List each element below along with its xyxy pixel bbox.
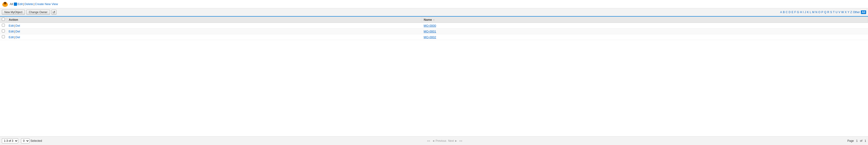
- edit-link-2[interactable]: Edit: [9, 35, 14, 39]
- action-cell-1: Edit|Del: [7, 29, 422, 34]
- name-link-2[interactable]: MO-0002: [424, 35, 436, 39]
- action-header-label: Action: [9, 18, 18, 22]
- action-column-header: Action: [7, 16, 422, 23]
- edit-view-link[interactable]: Edit: [18, 2, 23, 6]
- new-myobject-button[interactable]: New MyObject: [2, 10, 25, 15]
- action-cell-0: Edit|Del: [7, 23, 422, 29]
- alpha-letter-o[interactable]: O: [818, 10, 820, 14]
- name-link-1[interactable]: MO-0001: [424, 30, 436, 33]
- alpha-letter-v[interactable]: V: [838, 10, 840, 14]
- alpha-letter-other[interactable]: Other: [853, 10, 860, 14]
- change-owner-button[interactable]: Change Owner: [26, 10, 50, 15]
- svg-point-2: [4, 2, 6, 4]
- action-sep-0: |: [14, 24, 15, 27]
- app-logo: [2, 1, 8, 7]
- alpha-letter-b[interactable]: B: [783, 10, 785, 14]
- sep2: |: [34, 2, 34, 6]
- delete-view-link[interactable]: Delete: [25, 2, 33, 6]
- alpha-letter-z[interactable]: Z: [850, 10, 852, 14]
- alpha-letter-l[interactable]: L: [810, 10, 811, 14]
- alpha-letter-t[interactable]: T: [833, 10, 835, 14]
- records-table: Action Name ↑ Edit|DelMO-0000Edit|DelMO-…: [0, 16, 868, 40]
- action-cell-2: Edit|Del: [7, 34, 422, 40]
- alpha-letter-f[interactable]: F: [794, 10, 796, 14]
- alpha-letter-j[interactable]: J: [805, 10, 806, 14]
- alpha-letter-r[interactable]: R: [827, 10, 829, 14]
- table-row: Edit|DelMO-0002: [0, 34, 868, 40]
- table-body: Edit|DelMO-0000Edit|DelMO-0001Edit|DelMO…: [0, 23, 868, 40]
- alpha-letter-k[interactable]: K: [807, 10, 809, 14]
- alpha-letter-d[interactable]: D: [789, 10, 791, 14]
- toolbar-left: New MyObject Change Owner ↺: [2, 10, 57, 15]
- edit-link-1[interactable]: Edit: [9, 30, 14, 33]
- name-header-label: Name: [424, 18, 432, 22]
- alpha-letter-e[interactable]: E: [792, 10, 793, 14]
- alpha-letter-h[interactable]: H: [800, 10, 802, 14]
- alpha-letter-x[interactable]: X: [845, 10, 846, 14]
- sep1: |: [23, 2, 24, 6]
- refresh-button[interactable]: ↺: [52, 10, 57, 15]
- edit-link-0[interactable]: Edit: [9, 24, 14, 27]
- sort-icon: ↑: [433, 19, 434, 21]
- header-bar: All Edit | Delete | Create New View: [0, 0, 868, 8]
- del-link-2[interactable]: Del: [16, 35, 20, 39]
- toolbar: New MyObject Change Owner ↺ ABCDEFGHIJKL…: [0, 8, 868, 16]
- action-sep-1: |: [14, 30, 15, 33]
- all-label: All: [10, 2, 13, 6]
- alpha-letter-g[interactable]: G: [797, 10, 799, 14]
- alpha-letter-q[interactable]: Q: [824, 10, 826, 14]
- action-sep-2: |: [14, 35, 15, 39]
- table-header-row: Action Name ↑: [0, 16, 868, 23]
- table-row: Edit|DelMO-0001: [0, 29, 868, 34]
- alpha-letter-c[interactable]: C: [786, 10, 788, 14]
- del-link-0[interactable]: Del: [16, 24, 20, 27]
- del-link-1[interactable]: Del: [16, 30, 20, 33]
- checkbox-header: [0, 16, 7, 23]
- alpha-all[interactable]: All: [861, 10, 866, 14]
- edit-view-icon: [14, 3, 17, 6]
- alpha-letter-y[interactable]: Y: [847, 10, 849, 14]
- select-all-checkbox[interactable]: [2, 18, 5, 21]
- alpha-letter-u[interactable]: U: [836, 10, 838, 14]
- alpha-letter-n[interactable]: N: [815, 10, 817, 14]
- alpha-navigation: ABCDEFGHIJKLMNOPQRSTUVWXYZOtherAll: [780, 10, 866, 14]
- alpha-letter-p[interactable]: P: [822, 10, 823, 14]
- name-column-header[interactable]: Name ↑: [422, 16, 868, 23]
- alpha-letter-w[interactable]: W: [841, 10, 844, 14]
- alpha-letter-s[interactable]: S: [830, 10, 832, 14]
- alpha-letter-a[interactable]: A: [780, 10, 782, 14]
- name-cell-2: MO-0002: [422, 34, 868, 40]
- alpha-letter-i[interactable]: I: [803, 10, 804, 14]
- row-checkbox-2[interactable]: [2, 35, 5, 38]
- view-links: All Edit | Delete | Create New View: [10, 2, 58, 6]
- create-new-view-link[interactable]: Create New View: [35, 2, 58, 6]
- row-checkbox-0[interactable]: [2, 24, 5, 27]
- name-cell-0: MO-0000: [422, 23, 868, 29]
- name-link-0[interactable]: MO-0000: [424, 24, 436, 27]
- alpha-letter-m[interactable]: M: [812, 10, 814, 14]
- table-row: Edit|DelMO-0000: [0, 23, 868, 29]
- name-cell-1: MO-0001: [422, 29, 868, 34]
- row-checkbox-1[interactable]: [2, 30, 5, 32]
